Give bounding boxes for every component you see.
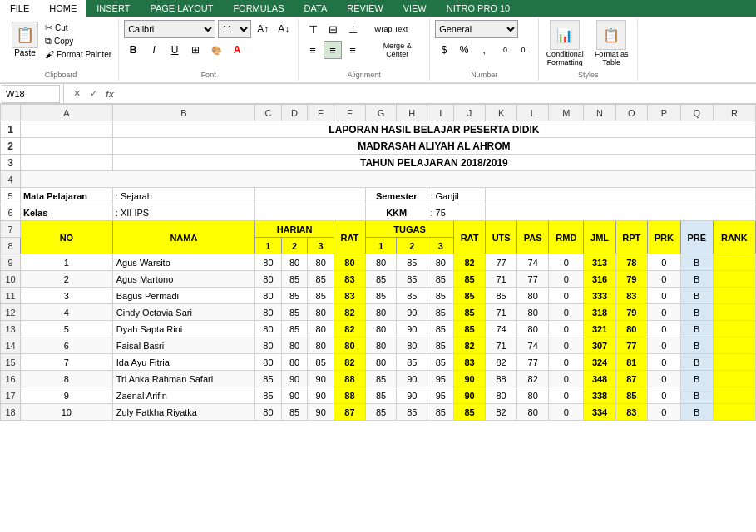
h2-cell[interactable]: 85	[281, 304, 308, 321]
uts-cell[interactable]: 85	[486, 288, 517, 304]
increase-font-button[interactable]: A↑	[254, 20, 272, 38]
name-cell[interactable]: Zuly Fatkha Riyatka	[112, 404, 254, 421]
rat1-cell[interactable]: 87	[334, 404, 365, 421]
rat2-cell[interactable]: 90	[454, 371, 486, 387]
increase-decimal-button[interactable]: .0	[495, 41, 513, 59]
h2-cell[interactable]: 85	[281, 288, 308, 304]
col-header-e[interactable]: E	[308, 105, 334, 121]
h1-cell[interactable]: 80	[255, 304, 282, 321]
tab-formulas[interactable]: FORMULAS	[223, 0, 294, 17]
conditional-formatting-button[interactable]: 📊 Conditional Formatting	[544, 20, 586, 66]
empty-5k[interactable]	[486, 188, 756, 204]
rpt-cell[interactable]: 79	[615, 304, 647, 321]
rmd-cell[interactable]: 0	[549, 288, 584, 304]
h3-cell[interactable]: 80	[308, 304, 334, 321]
h3-cell[interactable]: 85	[308, 354, 334, 371]
tab-home[interactable]: HOME	[39, 0, 86, 17]
rat2-cell[interactable]: 85	[454, 271, 486, 288]
tab-nitro[interactable]: NITRO PRO 10	[437, 0, 520, 17]
merge-center-button[interactable]: Merge & Center	[370, 41, 424, 59]
h2-cell[interactable]: 85	[281, 404, 308, 421]
h2-cell[interactable]: 90	[281, 371, 308, 387]
col-header-a[interactable]: A	[21, 105, 113, 121]
comma-button[interactable]: ,	[475, 41, 493, 59]
h2-cell[interactable]: 85	[281, 271, 308, 288]
no-cell[interactable]: 3	[21, 288, 113, 304]
format-painter-button[interactable]: 🖌 Format Painter	[43, 48, 113, 60]
tab-insert[interactable]: INSERT	[86, 0, 140, 17]
prk-cell[interactable]: 0	[647, 354, 680, 371]
rmd-cell[interactable]: 0	[549, 404, 584, 421]
h2-cell[interactable]: 90	[281, 387, 308, 404]
h3-cell[interactable]: 80	[308, 254, 334, 271]
t1-cell[interactable]: 85	[365, 271, 396, 288]
name-cell[interactable]: Agus Warsito	[112, 254, 254, 271]
jml-cell[interactable]: 334	[584, 404, 615, 421]
pre-cell[interactable]: B	[680, 254, 713, 271]
uts-cell[interactable]: 82	[486, 404, 517, 421]
empty-5c[interactable]	[255, 188, 366, 204]
rpt-cell[interactable]: 85	[615, 387, 647, 404]
tab-view[interactable]: VIEW	[393, 0, 437, 17]
rmd-cell[interactable]: 0	[549, 337, 584, 354]
tab-file[interactable]: FILE	[0, 0, 39, 17]
name-cell[interactable]: Bagus Permadi	[112, 288, 254, 304]
borders-button[interactable]: ⊞	[186, 41, 205, 59]
jml-cell[interactable]: 324	[584, 354, 615, 371]
jml-cell[interactable]: 318	[584, 304, 615, 321]
t3-cell[interactable]: 85	[427, 271, 454, 288]
t2-cell[interactable]: 90	[397, 304, 427, 321]
h1-cell[interactable]: 80	[255, 404, 282, 421]
rmd-cell[interactable]: 0	[549, 271, 584, 288]
pre-cell[interactable]: B	[680, 304, 713, 321]
rmd-cell[interactable]: 0	[549, 304, 584, 321]
rpt-cell[interactable]: 87	[615, 371, 647, 387]
rat1-cell[interactable]: 80	[334, 337, 365, 354]
col-header-n[interactable]: N	[584, 105, 615, 121]
t3-cell[interactable]: 85	[427, 288, 454, 304]
rank-cell[interactable]	[713, 321, 755, 337]
col-header-f[interactable]: F	[334, 105, 365, 121]
percent-button[interactable]: %	[455, 41, 473, 59]
rat1-cell[interactable]: 88	[334, 387, 365, 404]
uts-cell[interactable]: 71	[486, 337, 517, 354]
jml-cell[interactable]: 333	[584, 288, 615, 304]
rat2-cell[interactable]: 85	[454, 321, 486, 337]
rmd-cell[interactable]: 0	[549, 321, 584, 337]
rat1-cell[interactable]: 80	[334, 254, 365, 271]
col-header-k[interactable]: K	[486, 105, 517, 121]
prk-cell[interactable]: 0	[647, 271, 680, 288]
t2-cell[interactable]: 85	[397, 404, 427, 421]
name-cell[interactable]: Ida Ayu Fitria	[112, 354, 254, 371]
rat2-cell[interactable]: 85	[454, 288, 486, 304]
h1-cell[interactable]: 80	[255, 271, 282, 288]
pre-cell[interactable]: B	[680, 371, 713, 387]
rat2-cell[interactable]: 82	[454, 254, 486, 271]
h1-cell[interactable]: 80	[255, 254, 282, 271]
t2-cell[interactable]: 90	[397, 371, 427, 387]
t1-cell[interactable]: 80	[365, 337, 396, 354]
t3-cell[interactable]: 80	[427, 254, 454, 271]
t1-cell[interactable]: 80	[365, 304, 396, 321]
italic-button[interactable]: I	[145, 41, 163, 59]
t1-cell[interactable]: 85	[365, 404, 396, 421]
pas-cell[interactable]: 74	[517, 254, 549, 271]
rank-cell[interactable]	[713, 271, 755, 288]
h1-cell[interactable]: 80	[255, 288, 282, 304]
t2-cell[interactable]: 80	[397, 337, 427, 354]
prk-cell[interactable]: 0	[647, 404, 680, 421]
rat1-cell[interactable]: 82	[334, 304, 365, 321]
pas-cell[interactable]: 80	[517, 288, 549, 304]
rpt-cell[interactable]: 81	[615, 354, 647, 371]
font-size-select[interactable]: 11	[218, 20, 251, 38]
uts-cell[interactable]: 80	[486, 387, 517, 404]
empty-row4[interactable]	[21, 171, 756, 188]
col-header-c[interactable]: C	[255, 105, 282, 121]
cell-reference-input[interactable]	[2, 85, 60, 103]
h1-cell[interactable]: 85	[255, 387, 282, 404]
t1-cell[interactable]: 80	[365, 354, 396, 371]
currency-button[interactable]: $	[435, 41, 453, 59]
pas-cell[interactable]: 74	[517, 337, 549, 354]
t1-cell[interactable]: 85	[365, 387, 396, 404]
align-middle-button[interactable]: ⊟	[324, 20, 342, 38]
